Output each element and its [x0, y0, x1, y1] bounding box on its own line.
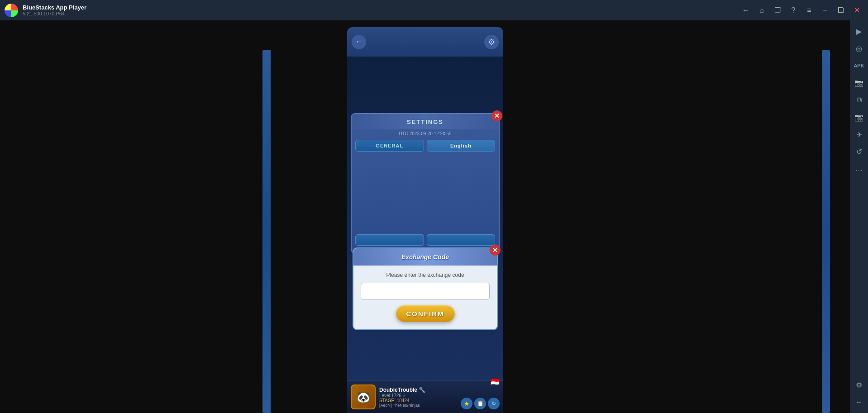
sidebar-settings-icon[interactable]: ⚙ — [852, 378, 866, 392]
sidebar-flight-icon[interactable]: ✈ — [852, 127, 866, 142]
exchange-close-button[interactable]: ✕ — [490, 245, 501, 256]
player-action-buttons: ★ 📋 ↻ 🇮🇩 — [461, 398, 500, 409]
game-gear-button[interactable]: ⚙ — [484, 35, 499, 49]
settings-tabs: GENERAL English — [352, 138, 499, 153]
back-button[interactable]: ← — [739, 4, 753, 17]
game-container: ← ⚙ SETTINGS ✕ UTC 2023-09-20 12:20:55 G… — [347, 27, 503, 406]
settings-bottom-tab-1[interactable] — [355, 234, 424, 246]
left-side-decoration — [262, 50, 271, 413]
exchange-instruction: Please enter the exchange code — [361, 272, 490, 278]
copy-button[interactable]: ❐ — [771, 4, 784, 17]
exchange-header: Exchange Code ✕ — [353, 248, 497, 266]
settings-close-button[interactable]: ✕ — [491, 110, 502, 121]
sidebar-back-icon[interactable]: ← — [852, 395, 866, 409]
settings-bottom-tabs — [352, 233, 499, 248]
tab-language[interactable]: English — [427, 140, 496, 152]
right-side-decoration — [822, 50, 830, 413]
player-guild: [AeoN] TheNeo/Ninjas — [379, 403, 457, 408]
exchange-body: Please enter the exchange code CONFIRM — [353, 266, 497, 329]
app-version: 5.21.500.1070 P64 — [23, 11, 739, 16]
confirm-button[interactable]: CONFIRM — [396, 305, 455, 322]
close-button[interactable]: ✕ — [850, 4, 863, 17]
player-details: DoubleTrouble 🔧 Level:1726 ♂ STAGE: 1842… — [379, 387, 457, 408]
scroll-button[interactable]: 📋 — [474, 398, 486, 409]
player-name: DoubleTrouble 🔧 — [379, 387, 457, 393]
settings-bottom-tab-2[interactable] — [427, 234, 496, 246]
menu-button[interactable]: ≡ — [802, 4, 816, 17]
title-bar: BlueStacks App Player 5.21.500.1070 P64 … — [0, 0, 868, 20]
sidebar-camera-icon[interactable]: ◎ — [852, 41, 866, 56]
right-sidebar: ▶ ◎ APK 📷 ⧉ 📷 ✈ ↺ … ⚙ ← — [850, 20, 868, 413]
main-area: ← ⚙ SETTINGS ✕ UTC 2023-09-20 12:20:55 G… — [0, 20, 850, 413]
player-avatar: 🐼 — [351, 385, 376, 409]
settings-title: SETTINGS — [407, 119, 444, 125]
sidebar-more-icon[interactable]: … — [852, 161, 866, 176]
sidebar-screenshot-icon[interactable]: 📷 — [852, 76, 866, 90]
exchange-dialog: Exchange Code ✕ Please enter the exchang… — [353, 247, 498, 330]
sidebar-rotate-icon[interactable]: ↺ — [852, 144, 866, 159]
tab-general[interactable]: GENERAL — [355, 140, 424, 152]
exchange-title: Exchange Code — [401, 253, 449, 261]
app-logo — [5, 4, 18, 17]
sidebar-record-icon[interactable]: ▶ — [852, 24, 866, 38]
exchange-code-input[interactable] — [361, 283, 490, 300]
settings-utc: UTC 2023-09-20 12:20:55 — [352, 129, 499, 138]
refresh-button[interactable]: ↻ — [488, 398, 500, 409]
game-viewport: ← ⚙ SETTINGS ✕ UTC 2023-09-20 12:20:55 G… — [0, 20, 850, 413]
game-top-bar: ← ⚙ — [347, 27, 503, 57]
star-button[interactable]: ★ — [461, 398, 472, 409]
sidebar-apk-icon[interactable]: APK — [852, 58, 866, 73]
sidebar-resize-icon[interactable]: ⧉ — [852, 93, 866, 107]
game-back-button[interactable]: ← — [352, 35, 366, 49]
minimize-button[interactable]: − — [818, 4, 832, 17]
settings-title-bar: SETTINGS ✕ — [352, 114, 499, 129]
flag-icon: 🇮🇩 — [491, 377, 500, 386]
player-stage: STAGE: 18424 — [379, 398, 457, 403]
settings-dialog: SETTINGS ✕ UTC 2023-09-20 12:20:55 GENER… — [351, 113, 500, 254]
player-level: Level:1726 ♂ — [379, 393, 457, 398]
window-controls: ← ⌂ ❐ ? ≡ − ⧠ ✕ — [739, 4, 863, 17]
home-button[interactable]: ⌂ — [755, 4, 768, 17]
help-button[interactable]: ? — [787, 4, 800, 17]
sidebar-screenshot2-icon[interactable]: 📷 — [852, 110, 866, 124]
maximize-button[interactable]: ⧠ — [834, 4, 848, 17]
app-name: BlueStacks App Player — [23, 4, 86, 11]
player-card: 🐼 DoubleTrouble 🔧 Level:1726 ♂ STAGE: 18… — [347, 380, 503, 413]
